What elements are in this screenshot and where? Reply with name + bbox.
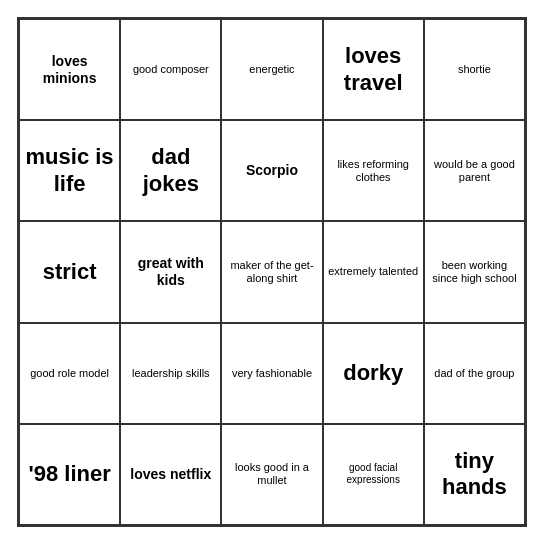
bingo-cell-5: music is life — [19, 120, 120, 221]
bingo-cell-18: dorky — [323, 323, 424, 424]
bingo-cell-7: Scorpio — [221, 120, 322, 221]
bingo-cell-19: dad of the group — [424, 323, 525, 424]
bingo-cell-4: shortie — [424, 19, 525, 120]
bingo-cell-6: dad jokes — [120, 120, 221, 221]
bingo-cell-9: would be a good parent — [424, 120, 525, 221]
bingo-cell-22: looks good in a mullet — [221, 424, 322, 525]
bingo-cell-23: good facial expressions — [323, 424, 424, 525]
bingo-cell-15: good role model — [19, 323, 120, 424]
bingo-cell-1: good composer — [120, 19, 221, 120]
bingo-cell-8: likes reforming clothes — [323, 120, 424, 221]
bingo-cell-13: extremely talented — [323, 221, 424, 322]
bingo-board: loves minionsgood composerenergeticloves… — [17, 17, 527, 527]
bingo-cell-10: strict — [19, 221, 120, 322]
bingo-cell-2: energetic — [221, 19, 322, 120]
bingo-cell-21: loves netflix — [120, 424, 221, 525]
bingo-cell-11: great with kids — [120, 221, 221, 322]
bingo-cell-24: tiny hands — [424, 424, 525, 525]
bingo-cell-12: maker of the get-along shirt — [221, 221, 322, 322]
bingo-cell-3: loves travel — [323, 19, 424, 120]
bingo-cell-20: '98 liner — [19, 424, 120, 525]
bingo-cell-17: very fashionable — [221, 323, 322, 424]
bingo-cell-14: been working since high school — [424, 221, 525, 322]
bingo-cell-16: leadership skills — [120, 323, 221, 424]
bingo-cell-0: loves minions — [19, 19, 120, 120]
